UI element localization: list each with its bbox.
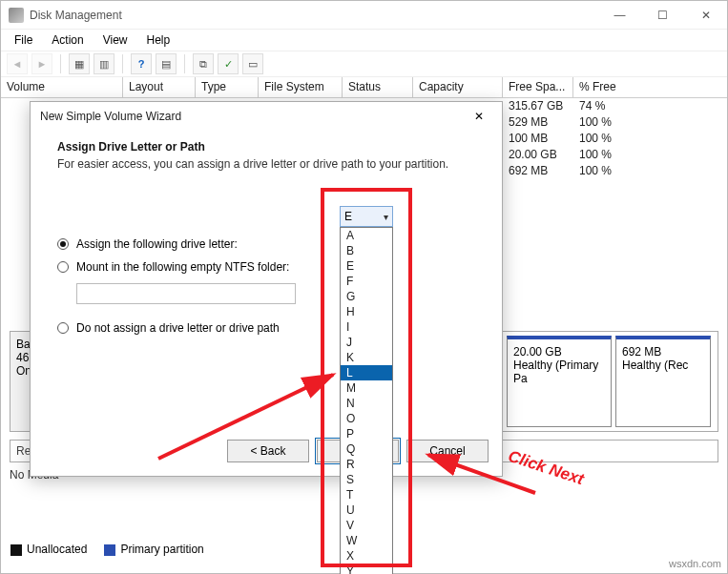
cell-free: 20.00 GB — [503, 147, 573, 163]
volume-block[interactable]: 20.00 GB Healthy (Primary Pa — [507, 336, 612, 427]
forward-button[interactable]: ► — [31, 53, 52, 74]
option-label: Mount in the following empty NTFS folder… — [76, 260, 289, 274]
col-pctfree[interactable]: % Free — [573, 77, 727, 97]
cell-free: 692 MB — [503, 163, 573, 179]
volume-size: 692 MB — [622, 345, 704, 359]
cell-pct: 100 % — [573, 147, 617, 163]
drive-letter-option[interactable]: K — [341, 350, 392, 365]
toolbar-icon-1[interactable]: ▦ — [69, 53, 90, 74]
col-status[interactable]: Status — [343, 77, 413, 97]
toolbar-icon-4[interactable]: ⧉ — [193, 53, 214, 74]
cell-pct: 100 % — [573, 114, 617, 131]
drive-letter-option[interactable]: Y — [341, 564, 392, 574]
col-filesystem[interactable]: File System — [259, 77, 343, 97]
disk-management-window: Disk Management — ☐ ✕ File Action View H… — [0, 0, 728, 574]
window-title: Disk Management — [30, 9, 598, 22]
volume-status: Healthy (Primary Pa — [513, 359, 605, 385]
col-type[interactable]: Type — [196, 77, 259, 97]
drive-letter-option[interactable]: I — [341, 319, 392, 335]
dialog-heading: Assign Drive Letter or Path — [57, 140, 475, 154]
drive-letter-option[interactable]: H — [341, 304, 392, 319]
option-label: Assign the following drive letter: — [76, 237, 238, 251]
cell-free: 315.67 GB — [503, 98, 573, 114]
back-button[interactable]: ◄ — [7, 53, 28, 74]
chevron-down-icon: ▾ — [384, 212, 388, 222]
drive-letter-option[interactable]: R — [341, 457, 392, 472]
dialog-close-button[interactable]: ✕ — [466, 106, 492, 127]
ntfs-folder-input[interactable] — [76, 283, 296, 304]
drive-letter-selected: E — [344, 210, 352, 223]
close-button[interactable]: ✕ — [684, 1, 727, 30]
watermark: wsxdn.com — [669, 558, 721, 569]
drive-letter-option[interactable]: S — [341, 472, 392, 487]
maximize-button[interactable]: ☐ — [641, 1, 684, 30]
radio-no-assign[interactable] — [57, 322, 69, 334]
drive-letter-option[interactable]: J — [341, 335, 392, 350]
menu-help[interactable]: Help — [139, 31, 178, 49]
drive-letter-option[interactable]: X — [341, 548, 392, 564]
col-capacity[interactable]: Capacity — [413, 77, 503, 97]
drive-letter-option[interactable]: P — [341, 426, 392, 441]
drive-letter-option[interactable]: Q — [341, 441, 392, 457]
drive-letter-combo[interactable]: E ▾ — [340, 206, 393, 227]
radio-mount-folder[interactable] — [57, 261, 69, 273]
toolbar-separator — [60, 54, 61, 73]
dialog-subtitle: For easier access, you can assign a driv… — [57, 157, 475, 171]
drive-letter-option[interactable]: G — [341, 289, 392, 304]
help-icon[interactable]: ? — [131, 53, 152, 74]
minimize-button[interactable]: — — [598, 1, 641, 30]
toolbar: ◄ ► ▦ ▥ ? ▤ ⧉ ✓ ▭ — [1, 51, 727, 77]
volume-status: Healthy (Rec — [622, 359, 704, 372]
menu-view[interactable]: View — [95, 31, 135, 49]
volume-size: 20.00 GB — [513, 345, 605, 359]
option-no-assign[interactable]: Do not assign a drive letter or drive pa… — [57, 321, 475, 335]
cell-free: 529 MB — [503, 114, 573, 131]
titlebar: Disk Management — ☐ ✕ — [1, 1, 727, 30]
legend-primary: Primary partition — [104, 543, 203, 556]
toolbar-icon-5[interactable]: ✓ — [218, 53, 239, 74]
dialog-titlebar: New Simple Volume Wizard ✕ — [31, 102, 502, 131]
drive-letter-option[interactable]: W — [341, 533, 392, 548]
col-layout[interactable]: Layout — [123, 77, 196, 97]
drive-letter-option[interactable]: E — [341, 258, 392, 274]
toolbar-icon-2[interactable]: ▥ — [94, 53, 114, 74]
drive-letter-option[interactable]: M — [341, 380, 392, 396]
drive-letter-list[interactable]: ABEFGHIJKLMNOPQRSTUVWXYZ — [340, 227, 393, 574]
volume-block[interactable]: 692 MB Healthy (Rec — [615, 336, 711, 427]
drive-letter-option[interactable]: L — [341, 365, 392, 380]
drive-letter-option[interactable]: N — [341, 396, 392, 411]
toolbar-separator — [184, 54, 185, 73]
cell-pct: 74 % — [573, 98, 611, 114]
menubar: File Action View Help — [1, 30, 727, 51]
col-freespace[interactable]: Free Spa... — [503, 77, 573, 97]
drive-letter-option[interactable]: T — [341, 487, 392, 502]
back-button[interactable]: < Back — [227, 440, 309, 462]
cell-pct: 100 % — [573, 131, 617, 147]
col-volume[interactable]: Volume — [1, 77, 123, 97]
legend-unallocated: Unallocated — [10, 543, 87, 556]
grid-header: Volume Layout Type File System Status Ca… — [1, 77, 727, 98]
cancel-button[interactable]: Cancel — [406, 440, 489, 462]
option-assign-letter[interactable]: Assign the following drive letter: — [57, 237, 475, 251]
drive-letter-option[interactable]: O — [341, 411, 392, 426]
menu-file[interactable]: File — [7, 31, 40, 49]
cell-pct: 100 % — [573, 163, 617, 179]
drive-letter-option[interactable]: A — [341, 228, 392, 243]
drive-letter-option[interactable]: V — [341, 518, 392, 533]
radio-assign-letter[interactable] — [57, 238, 69, 250]
option-label: Do not assign a drive letter or drive pa… — [76, 321, 280, 335]
dialog-title: New Simple Volume Wizard — [40, 110, 466, 123]
new-simple-volume-wizard: New Simple Volume Wizard ✕ Assign Drive … — [30, 101, 503, 477]
cell-free: 100 MB — [503, 131, 573, 147]
toolbar-separator — [122, 54, 123, 73]
drive-letter-option[interactable]: U — [341, 502, 392, 518]
drive-letter-option[interactable]: B — [341, 243, 392, 258]
toolbar-icon-3[interactable]: ▤ — [156, 53, 177, 74]
toolbar-icon-6[interactable]: ▭ — [242, 53, 263, 74]
legend: Unallocated Primary partition — [10, 543, 204, 556]
option-mount-folder[interactable]: Mount in the following empty NTFS folder… — [57, 260, 475, 274]
app-icon — [9, 8, 24, 23]
drive-letter-option[interactable]: F — [341, 274, 392, 289]
menu-action[interactable]: Action — [44, 31, 91, 49]
